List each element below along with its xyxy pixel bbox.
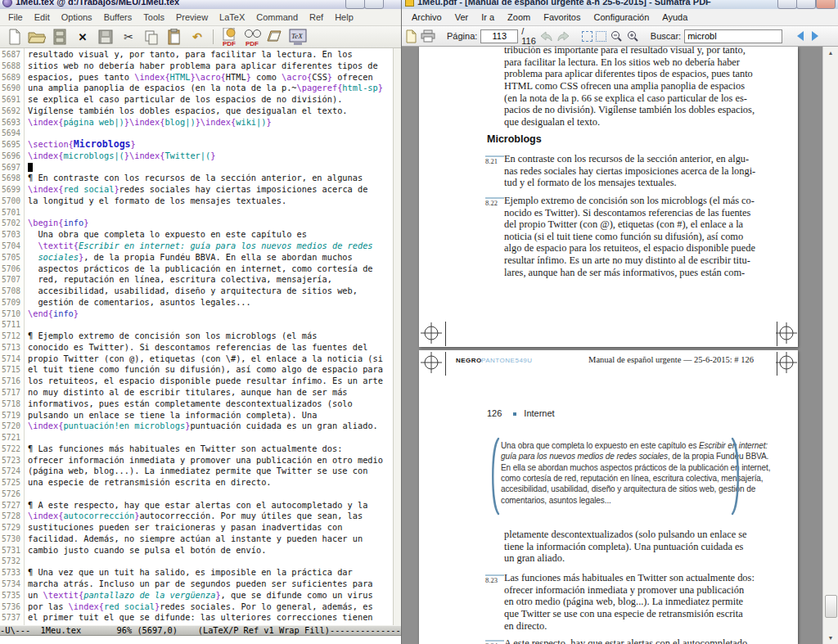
paste-icon[interactable] [164, 28, 184, 47]
editor-scrollbar[interactable] [393, 48, 401, 625]
menu-item-edit[interactable]: Edit [29, 11, 56, 24]
dired-icon[interactable] [50, 28, 70, 47]
code-line[interactable] [28, 319, 393, 331]
code-line[interactable]: ¶ Ejemplo extremo de concisión son los m… [28, 331, 393, 342]
code-line[interactable]: se explica el caso particular de los esp… [28, 94, 393, 106]
menu-item-favoritos[interactable]: Favoritos [537, 11, 587, 24]
code-line[interactable]: los retuiteos, el espacio disponible pue… [28, 376, 393, 387]
pdf-canvas[interactable]: tribución es importante para el resultad… [402, 47, 838, 644]
scroll-up-icon[interactable]: ▲ [823, 47, 838, 59]
nav-forward-icon[interactable] [556, 27, 570, 46]
zoom-out-icon[interactable] [610, 27, 623, 46]
menu-item-file[interactable]: File [2, 11, 29, 24]
nav-back-icon[interactable] [539, 27, 553, 46]
code-area[interactable]: resultado visual y, por tanto, para faci… [25, 48, 393, 625]
zoom-in-icon[interactable] [626, 27, 639, 46]
code-line[interactable]: no muy distinto al de escribir titulares… [28, 387, 393, 399]
code-line[interactable]: ¶ A este respecto, hay que estar alertas… [28, 500, 393, 511]
find-next-icon[interactable] [812, 31, 818, 41]
code-line[interactable]: el primer tuit el que se difunde: las ul… [28, 612, 393, 624]
code-line[interactable]: \index{microblogs|(}\index{Twitter|(} [28, 151, 393, 162]
new-file-icon[interactable] [4, 28, 24, 47]
menu-item-ir-a[interactable]: Ir a [475, 11, 501, 24]
print-icon[interactable] [421, 27, 435, 46]
code-line[interactable]: (página web, blog...). La inmediatez per… [28, 466, 393, 477]
code-line[interactable]: propio Twitter (con @), etiquetas (con \… [28, 354, 393, 365]
docs-book-icon[interactable] [265, 28, 285, 47]
menu-item-ayuda[interactable]: Ayuda [656, 11, 694, 24]
code-line[interactable]: resultado visual y, por tanto, para faci… [28, 49, 393, 61]
undo-icon[interactable]: ↶ [187, 28, 207, 47]
page-number-input[interactable] [480, 29, 518, 43]
code-line[interactable]: \end{info} [28, 308, 393, 320]
menu-item-latex[interactable]: LaTeX [214, 11, 250, 24]
code-line[interactable]: una amplia panoplia de espacios (en la n… [28, 83, 393, 94]
code-line[interactable] [28, 556, 393, 567]
find-previous-icon[interactable] [797, 31, 804, 41]
code-line[interactable]: un \textit{pantallazo de la vergüenza}, … [28, 590, 393, 601]
close-buffer-icon[interactable]: ✕ [73, 28, 92, 47]
emacs-title-bar[interactable]: 1Meu.tex @ d:/Trabajos/MEU/1Meu.tex [0, 0, 401, 9]
code-line[interactable]: facilidad. Además, no siempre actúan al … [28, 534, 393, 545]
menu-item-tools[interactable]: Tools [137, 11, 170, 24]
code-line[interactable]: \index{puntuación!en microblogs}puntuaci… [28, 421, 393, 432]
code-line[interactable]: \section{Microblogs} [28, 139, 393, 151]
scrollbar-thumb[interactable] [825, 595, 837, 618]
code-line[interactable] [28, 432, 393, 444]
menu-item-configuración[interactable]: Configuración [587, 11, 656, 24]
code-line[interactable]: ¶ Las funciones más habituales en Twitte… [28, 444, 393, 455]
menu-item-ref[interactable]: Ref [304, 11, 329, 24]
view-pdf-icon[interactable]: PDF [242, 28, 262, 47]
code-line[interactable]: Una obra que completa lo expuesto en est… [28, 229, 393, 241]
maximize-button[interactable] [796, 0, 816, 9]
emacs-echo-area[interactable] [0, 636, 401, 644]
close-button[interactable] [816, 0, 836, 9]
menu-item-zoom[interactable]: Zoom [501, 11, 537, 24]
latex-run-icon[interactable]: TeX [288, 28, 308, 47]
fit-width-icon[interactable] [582, 27, 592, 46]
emacs-mode-line[interactable]: -U\--- 1Meu.tex 96% (5697,0) (LaTeX/P Re… [0, 625, 401, 636]
open-document-icon[interactable] [405, 27, 417, 46]
code-line[interactable]: \index{página web|)}\index{blog|)}\index… [28, 117, 393, 128]
code-line[interactable]: \begin{info} [28, 218, 393, 229]
editor-area[interactable]: 5687568856895690569156925693569456955696… [0, 48, 401, 625]
code-line[interactable]: accesibilidad, usabilidad, diseño y arqu… [28, 286, 393, 297]
code-line[interactable]: ¶ En contraste con los recursos de la se… [28, 173, 393, 184]
minimize-button[interactable] [345, 0, 365, 9]
code-line[interactable]: una especie de retransmisión escrita en … [28, 477, 393, 489]
cut-icon[interactable]: ✂ [119, 28, 138, 47]
open-file-icon[interactable] [27, 28, 47, 47]
code-line[interactable]: pulsando un enlace se tiene la informaci… [28, 410, 393, 421]
code-line[interactable] [28, 162, 393, 173]
code-line[interactable]: conocido es Twitter). Si descontamos ref… [28, 342, 393, 354]
fit-page-icon[interactable] [596, 27, 606, 46]
maximize-button[interactable] [364, 0, 384, 9]
sumatra-title-bar[interactable]: 1Meu.pdf - [Manual de español urgente a-… [402, 0, 838, 9]
copy-icon[interactable] [142, 28, 161, 47]
code-line[interactable]: \textit{Escribir en internet: guía para … [28, 241, 393, 252]
search-input[interactable] [684, 29, 782, 43]
code-line[interactable]: aspectos prácticos de la publicación en … [28, 263, 393, 275]
code-line[interactable]: la longitud y el formato de los mensajes… [28, 196, 393, 207]
code-line[interactable]: espacios, pues tanto \index{HTML}\acro{H… [28, 72, 393, 83]
code-line[interactable]: el tuit tiene como función su difusión),… [28, 364, 393, 376]
code-line[interactable]: ofrecer información inmediata y promover… [28, 455, 393, 466]
menu-item-command[interactable]: Command [250, 11, 304, 24]
save-buffer-icon[interactable] [96, 28, 115, 47]
code-line[interactable]: red, reputación en línea, escritura cole… [28, 274, 393, 286]
menu-item-help[interactable]: Help [329, 11, 359, 24]
pdflatex-icon[interactable]: PDF [219, 28, 239, 47]
menu-item-archivo[interactable]: Archivo [405, 11, 448, 24]
minimize-button[interactable] [777, 0, 797, 9]
menu-item-buffers[interactable]: Buffers [98, 11, 138, 24]
code-line[interactable]: informativos, pues están completamente d… [28, 399, 393, 410]
code-line[interactable]: por las \index{red social}redes sociales… [28, 601, 393, 613]
code-line[interactable]: \index{autocorrección}autocorrección. Po… [28, 511, 393, 522]
code-line[interactable]: cambio justo cuando se pulsa el botón de… [28, 545, 393, 556]
code-line[interactable]: marcha atrás. Incluso un par de segundos… [28, 579, 393, 590]
code-line[interactable]: gestión de comentarios, asuntos legales.… [28, 297, 393, 308]
menu-item-ver[interactable]: Ver [448, 11, 475, 24]
scroll-down-icon[interactable]: ▼ [823, 632, 838, 644]
code-line[interactable] [28, 489, 393, 500]
pdf-scrollbar[interactable]: ▲ ▼ [822, 47, 838, 644]
